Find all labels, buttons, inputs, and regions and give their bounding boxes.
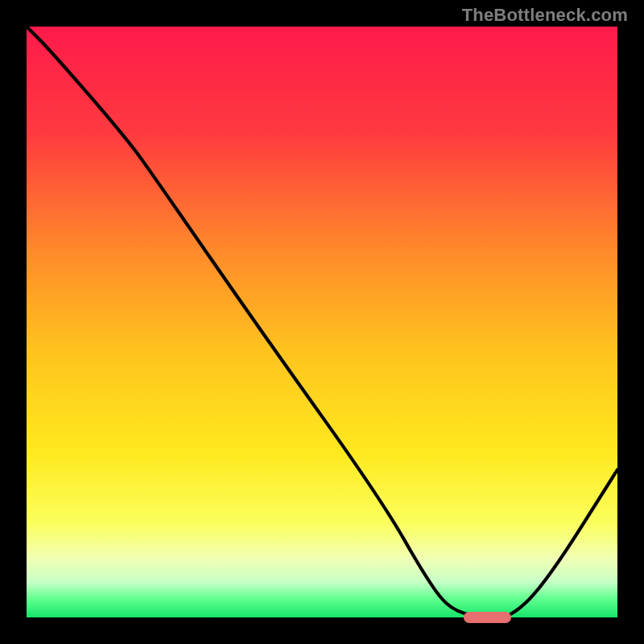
- outer-frame: TheBottleneck.com: [0, 0, 644, 644]
- optimal-marker: [464, 612, 511, 623]
- watermark-text: TheBottleneck.com: [462, 5, 628, 26]
- bottleneck-curve: [27, 27, 617, 617]
